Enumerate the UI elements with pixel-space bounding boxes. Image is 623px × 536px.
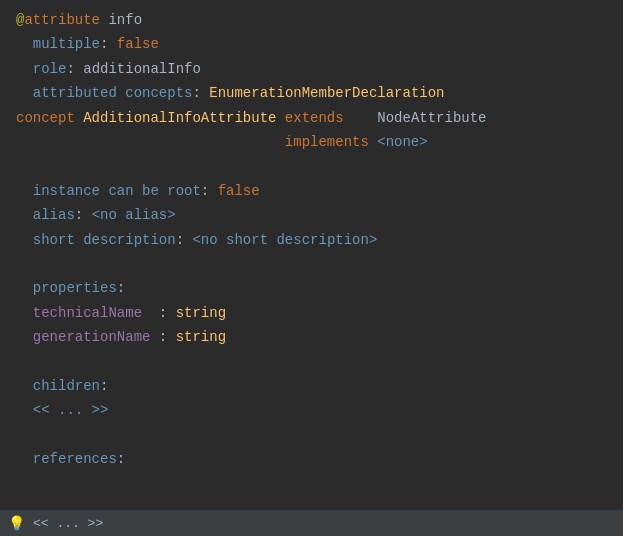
- val-alias: <no alias>: [92, 204, 176, 226]
- bulb-icon: 💡: [8, 515, 25, 532]
- prop-generation: generationName: [33, 326, 151, 348]
- indent: [16, 204, 33, 226]
- bottom-text: << ... >>: [33, 516, 103, 531]
- colon: :: [201, 180, 218, 202]
- indent: [16, 33, 33, 55]
- val-role: additionalInfo: [83, 58, 201, 80]
- space: [100, 9, 108, 31]
- prop-technical: technicalName: [33, 302, 142, 324]
- keyword-attribute: attribute: [24, 9, 100, 31]
- line-12: properties:: [0, 276, 623, 300]
- indent: [16, 58, 33, 80]
- colon: :: [192, 82, 209, 104]
- colon: :: [75, 204, 92, 226]
- colon: :: [117, 277, 125, 299]
- line-8: instance can be root: false: [0, 179, 623, 203]
- sep: :: [150, 326, 175, 348]
- space: [369, 131, 377, 153]
- key-role: role: [33, 58, 67, 80]
- space: [75, 107, 83, 129]
- indent: [16, 277, 33, 299]
- line-2: multiple: false: [0, 32, 623, 56]
- space: [276, 107, 284, 129]
- indent: [16, 180, 33, 202]
- colon: :: [117, 448, 125, 470]
- line-17: << ... >>: [0, 398, 623, 422]
- line-empty-2: [0, 252, 623, 276]
- indent: [16, 375, 33, 397]
- colon: :: [100, 375, 108, 397]
- annotation-symbol: @: [16, 9, 24, 31]
- classname: AdditionalInfoAttribute: [83, 107, 276, 129]
- line-9: alias: <no alias>: [0, 203, 623, 227]
- line-14: generationName : string: [0, 325, 623, 349]
- line-5: concept AdditionalInfoAttribute extends …: [0, 106, 623, 130]
- implements-value: <none>: [377, 131, 427, 153]
- val-instance: false: [218, 180, 260, 202]
- keyword-extends: extends: [285, 107, 344, 129]
- key-attributed: attributed concepts: [33, 82, 193, 104]
- val-attributed: EnumerationMemberDeclaration: [209, 82, 444, 104]
- keyword-concept: concept: [16, 107, 75, 129]
- type-generation: string: [176, 326, 226, 348]
- keyword-implements: implements: [285, 131, 369, 153]
- line-10: short description: <no short description…: [0, 228, 623, 252]
- line-empty-1: [0, 154, 623, 178]
- line-empty-3: [0, 349, 623, 373]
- line-13: technicalName : string: [0, 301, 623, 325]
- key-alias: alias: [33, 204, 75, 226]
- parent-class: NodeAttribute: [344, 107, 487, 129]
- line-19: references:: [0, 447, 623, 471]
- colon: :: [66, 58, 83, 80]
- line-4: attributed concepts: EnumerationMemberDe…: [0, 81, 623, 105]
- key-instance: instance can be root: [33, 180, 201, 202]
- indent: [16, 82, 33, 104]
- key-properties: properties: [33, 277, 117, 299]
- indent: [16, 448, 33, 470]
- line-empty-4: [0, 423, 623, 447]
- indent-large: [16, 131, 285, 153]
- key-short-desc: short description: [33, 229, 176, 251]
- val-children: << ... >>: [33, 399, 109, 421]
- code-viewer: @attribute info multiple: false role: ad…: [0, 0, 623, 536]
- sep: :: [142, 302, 176, 324]
- indent: [16, 399, 33, 421]
- indent: [16, 302, 33, 324]
- line-3: role: additionalInfo: [0, 57, 623, 81]
- indent: [16, 326, 33, 348]
- key-references: references: [33, 448, 117, 470]
- attr-name: info: [108, 9, 142, 31]
- type-technical: string: [176, 302, 226, 324]
- key-multiple: multiple: [33, 33, 100, 55]
- key-children: children: [33, 375, 100, 397]
- val-short-desc: <no short description>: [192, 229, 377, 251]
- colon: :: [176, 229, 193, 251]
- bottom-bar: 💡 << ... >>: [0, 510, 623, 536]
- colon: :: [100, 33, 117, 55]
- line-6: implements <none>: [0, 130, 623, 154]
- line-16: children:: [0, 374, 623, 398]
- indent: [16, 229, 33, 251]
- line-1: @attribute info: [0, 8, 623, 32]
- val-multiple: false: [117, 33, 159, 55]
